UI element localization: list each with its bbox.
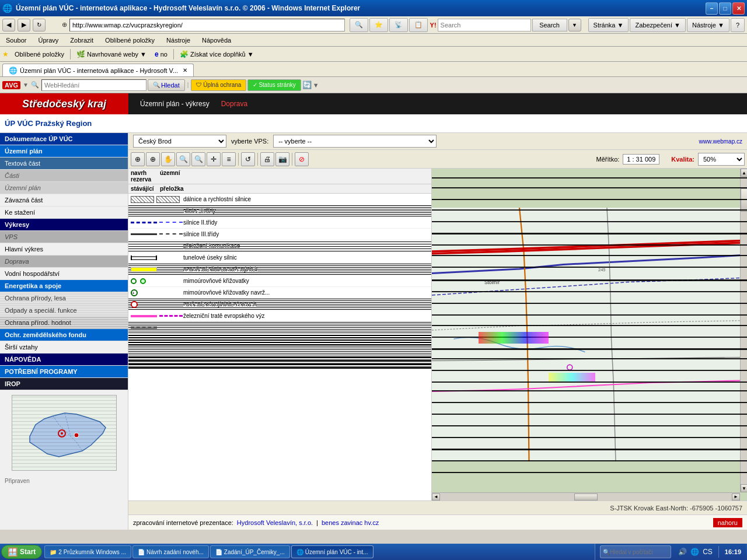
sidebar-item-vykresy[interactable]: Výkresy (0, 219, 128, 231)
avg-separator: ▼ (23, 82, 29, 88)
minimize-button[interactable]: – (706, 2, 718, 15)
refresh-button[interactable]: ↻ (33, 19, 46, 32)
legend-row-7: + mimoúrovňové křižovatky navrž... (128, 287, 431, 299)
sidebar-item-doprava[interactable]: Doprava (0, 256, 128, 268)
history-button[interactable]: 📋 (409, 18, 428, 32)
scroll-left-btn[interactable]: ◄ (432, 494, 440, 501)
start-button[interactable]: 🪟 Start (1, 545, 42, 559)
sidebar-item-irop[interactable]: IROP (0, 378, 128, 390)
webmap-link[interactable]: www.webmap.cz (594, 138, 742, 145)
status-button[interactable]: ✓ Status stránky (247, 79, 301, 91)
sidebar-item-ochrhodn[interactable]: Ochrana přírod. hodnot (0, 317, 128, 329)
sidebar-item-casti[interactable]: Části (0, 170, 128, 182)
toolbar-sep-1 (238, 153, 239, 166)
tool-info[interactable]: ⊕ (146, 152, 160, 166)
sidebar-item-text[interactable]: Textová část (0, 158, 128, 170)
quality-select[interactable]: 50% 75% 100% (698, 153, 745, 166)
taskbar-item-1[interactable]: 📄 Návrh zadání novéh... (132, 545, 209, 558)
fav-e[interactable]: e no (152, 49, 170, 60)
sidebar-item-docs[interactable]: Dokumentace ÚP VÚC (0, 133, 128, 145)
tools-button[interactable]: Nástroje ▼ (687, 18, 729, 32)
security-button[interactable]: Zabezpečení ▼ (630, 18, 686, 32)
menu-oblibene[interactable]: Oblíbené položky (102, 36, 158, 45)
benes-link[interactable]: benes zavinac hv.cz (322, 519, 379, 526)
hydrosoft-link[interactable]: Hydrosoft Veleslavín, s.r.o. (237, 519, 313, 526)
favorites-button[interactable]: ⭐ (369, 18, 388, 32)
avg-search-button[interactable]: 🔍 Hledat (148, 79, 185, 91)
taskbar-item-0[interactable]: 📁 2 Průzkumník Windows ... (44, 545, 131, 558)
system-tray: 🔍 🔊 🌐 CS 16:19 (595, 544, 746, 560)
search-button-right[interactable]: 🔍 (350, 18, 368, 32)
tool-zoom-out[interactable]: 🔍 (191, 152, 205, 166)
sidebar-item-upitem[interactable]: Územní plán (0, 182, 128, 194)
sidebar-item-odpady[interactable]: Odpady a speciál. funkce (0, 304, 128, 317)
tool-reset[interactable]: ↺ (241, 152, 255, 166)
menu-napoveda[interactable]: Nápověda (198, 36, 235, 45)
menu-zobrazit[interactable]: Zobrazit (67, 36, 97, 45)
tool-overview[interactable]: ≡ (222, 152, 236, 166)
close-button[interactable]: ✕ (732, 2, 745, 15)
sidebar-map[interactable] (12, 395, 117, 471)
taskbar-item-3[interactable]: 🌐 Územní plán VÚC - int... (291, 545, 374, 558)
maximize-button[interactable]: □ (719, 2, 731, 15)
back-button[interactable]: ◀ (2, 19, 15, 32)
tool-select[interactable]: ⊕ (131, 152, 145, 166)
scroll-thumb-v[interactable] (741, 188, 747, 212)
map-scrollbar-h[interactable]: ◄ ► (432, 492, 740, 501)
ie-search-button[interactable]: Search (532, 19, 567, 32)
vps-select[interactable]: -- vyberte -- (273, 135, 437, 148)
bottom-info-bar: zpracování internetové prezentace: Hydro… (128, 514, 747, 530)
search-dropdown[interactable]: ▼ (568, 19, 581, 32)
tool-stop[interactable]: ⊘ (295, 152, 309, 166)
scroll-right-btn[interactable]: ► (732, 494, 740, 501)
nav-upvuc[interactable]: Územní plán - výkresy (140, 100, 210, 108)
taskbar-item-2[interactable]: 📄 Zadání_ÚP_Černiky_... (210, 545, 290, 558)
check-icon: ✓ (253, 82, 257, 88)
sidebar-item-hlavni[interactable]: Hlavní výkres (0, 243, 128, 256)
nav-doprava[interactable]: Doprava (221, 100, 247, 108)
tab-upvuc[interactable]: 🌐 Územní plán VÚC - internetová aplikace… (2, 64, 194, 76)
legend-row-8: zrušení stávajících zástaveb (128, 299, 431, 310)
scroll-down-btn[interactable]: ▼ (741, 484, 747, 492)
tool-center[interactable]: ✛ (207, 152, 221, 166)
scroll-thumb-h[interactable] (574, 494, 598, 501)
help-button[interactable]: ? (731, 18, 745, 32)
taskbar-search-input[interactable] (610, 549, 668, 555)
tool-screenshot[interactable]: 📷 (275, 152, 289, 166)
nahoru-button[interactable]: nahoru (713, 518, 742, 527)
sidebar-item-vps[interactable]: VPS (0, 231, 128, 243)
fav-icon-1: 🌿 (76, 50, 85, 58)
sidebar-item-vodni[interactable]: Vodní hospodářství (0, 268, 128, 280)
menu-upravy[interactable]: Úpravy (34, 36, 62, 45)
sidebar-item-ochrana[interactable]: Ochrana přírody, lesa (0, 292, 128, 304)
address-input[interactable] (69, 19, 345, 32)
tool-zoom-in[interactable]: 🔍 (176, 152, 190, 166)
forward-button[interactable]: ▶ (18, 19, 30, 32)
page-button[interactable]: Stránka ▼ (588, 18, 629, 32)
map-viewport[interactable]: Stólmír 245 (432, 169, 747, 501)
avg-search-input[interactable] (41, 79, 146, 91)
tab-close-icon[interactable]: ✕ (183, 67, 187, 74)
tool-pan[interactable]: ✋ (161, 152, 175, 166)
taskbar-search[interactable]: 🔍 (600, 545, 671, 558)
sidebar-item-zemfond[interactable]: Ochr. zemědělského fondu (0, 329, 128, 341)
fav-navrhweby[interactable]: 🌿 Navrhované weby ▼ (74, 49, 149, 60)
menu-nastroje[interactable]: Nástroje (163, 36, 194, 45)
feeds-button[interactable]: 📡 (389, 18, 408, 32)
fav-oblibene[interactable]: Oblíbené položky (12, 50, 67, 59)
menu-soubor[interactable]: Soubor (2, 36, 30, 45)
sidebar-item-stazeni[interactable]: Ke stažení (0, 206, 128, 219)
tool-print[interactable]: 🖨 (260, 152, 274, 166)
full-protection-button[interactable]: 🛡 Úplná ochrana (191, 79, 246, 91)
sidebar-item-energetika[interactable]: Energetika a spoje (0, 280, 128, 292)
sidebar-item-sirsi[interactable]: Širší vztahy (0, 341, 128, 354)
ie-search-input[interactable] (438, 19, 531, 32)
city-select[interactable]: Český Brod (133, 135, 226, 148)
fav-doplnky[interactable]: 🧩 Získat více doplňků ▼ (177, 49, 256, 60)
sidebar-item-napoveda[interactable]: NÁPOVĚDA (0, 354, 128, 366)
map-scrollbar-v[interactable]: ▲ ▼ (740, 169, 747, 492)
sidebar-item-programy[interactable]: POTŘEBNÍ PROGRAMY (0, 366, 128, 378)
sidebar-item-zavazna[interactable]: Závazná část (0, 194, 128, 206)
sidebar-item-up[interactable]: Územní plán (0, 145, 128, 158)
scroll-up-btn[interactable]: ▲ (741, 169, 747, 177)
